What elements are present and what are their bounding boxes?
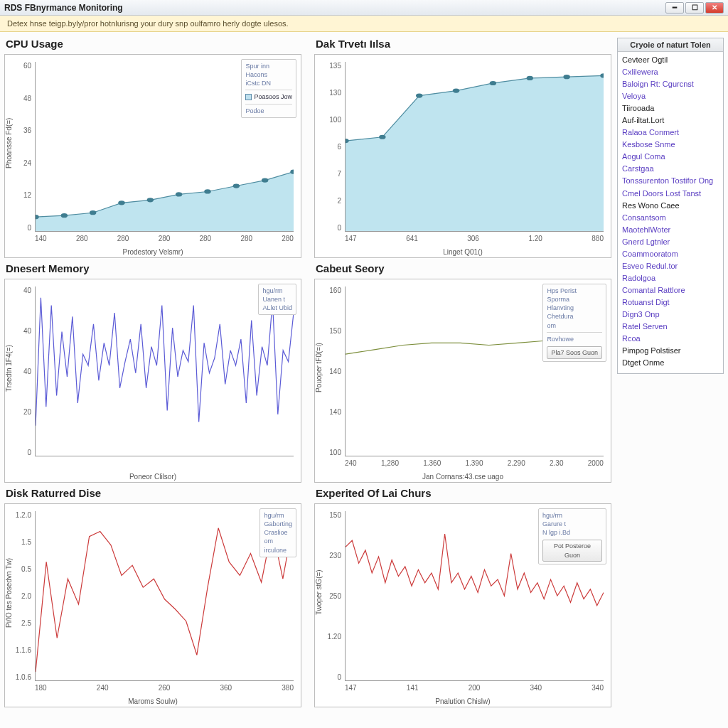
svg-marker-11 — [346, 75, 604, 231]
window-title: RDS FBnyrmance Monitoring — [4, 3, 123, 13]
sidebar-item-5[interactable]: Auf-iltat.Lort — [622, 114, 719, 127]
info-banner: Detex hnse teigp.byly/pror hotnlurisng y… — [0, 16, 728, 32]
chart-xaxis: 140280280280280280280 — [35, 235, 294, 245]
svg-point-2 — [61, 213, 68, 218]
sidebar-item-16[interactable]: Coammooratom — [622, 248, 719, 260]
svg-point-17 — [527, 76, 533, 80]
chart-panel-0: CPU UsagePhoansse Fd(=)60483624120140280… — [4, 38, 301, 258]
chart-xlabel: Prodestory Velsmr) — [5, 248, 301, 256]
sidebar-item-17[interactable]: Esveo Redul.tor — [622, 260, 719, 272]
chart-plot[interactable]: Phoansse Fd(=)60483624120140280280280280… — [4, 54, 301, 258]
svg-point-4 — [118, 200, 124, 205]
chart-yaxis: 160150140140100 — [315, 287, 343, 456]
chart-yaxis: 60483624120 — [5, 62, 33, 232]
svg-point-3 — [90, 210, 96, 215]
svg-point-5 — [147, 198, 154, 202]
svg-point-7 — [204, 189, 210, 193]
sidebar-item-6[interactable]: Ralaoa Conmert — [622, 127, 719, 139]
chart-action-button[interactable]: Pla7 Soos Guon — [547, 346, 602, 359]
chart-plot[interactable]: Trsedtn 1F4(=)404040200Poneor Clilsor)hg… — [4, 279, 301, 483]
sidebar-item-18[interactable]: Radolgoa — [622, 272, 719, 284]
svg-point-8 — [233, 183, 240, 188]
chart-xlabel: Poneor Clilsor) — [5, 473, 301, 481]
minimize-button[interactable]: ━ — [665, 2, 684, 14]
sidebar-item-22[interactable]: Ratel Serven — [622, 321, 719, 333]
svg-point-18 — [563, 75, 569, 79]
chart-yaxis: 404040200 — [5, 287, 33, 456]
chart-yaxis: 1.2.01.50.52.02.51.1.61.0.6 — [5, 511, 33, 681]
chart-yaxis: 1351301006720 — [315, 62, 343, 232]
sidebar-item-24[interactable]: Pimpog Polstiser — [622, 345, 719, 357]
sidebar-item-23[interactable]: Rcoa — [622, 333, 719, 345]
chart-title: Experited Of Lai Churs — [314, 487, 611, 499]
info-banner-text: Detex hnse teigp.byly/pror hotnlurisng y… — [7, 19, 289, 28]
sidebar-item-9[interactable]: Carstgaa — [622, 163, 719, 175]
svg-point-15 — [453, 88, 459, 92]
chart-title: Dak Trvetı Iılsa — [314, 38, 611, 50]
svg-point-16 — [490, 81, 496, 85]
sidebar-item-3[interactable]: Veloya — [622, 90, 719, 102]
maximize-button[interactable]: ☐ — [685, 2, 704, 14]
chart-xaxis — [35, 459, 294, 469]
sidebar-item-19[interactable]: Comantal Rattlore — [622, 284, 719, 296]
report-types-sidebar: Cryoie of naturt Tolen Cevteer OgtilCxli… — [616, 32, 728, 726]
chart-panel-1: Dak Trvetı Iılsa13513010067201476413061.… — [314, 38, 611, 258]
chart-title: Cabeut Seory — [314, 262, 611, 274]
sidebar-item-2[interactable]: Baloign Rt: Cgurcnst — [622, 78, 719, 90]
chart-legend[interactable]: Spur innHaconsiCstc DNPoasoos JowPodoe — [241, 59, 296, 118]
chart-plot[interactable]: Pouoper tF0(=i)1601501401401002401,2801.… — [314, 279, 611, 483]
sidebar-item-15[interactable]: Gnerd Lgtnler — [622, 236, 719, 248]
chart-title: Dnesert Memory — [4, 262, 301, 274]
chart-panel-3: Cabeut SeoryPouoper tF0(=i)1601501401401… — [314, 262, 611, 483]
sidebar-item-14[interactable]: MaotehlWoter — [622, 224, 719, 236]
sidebar-item-8[interactable]: Aogul Coma — [622, 151, 719, 163]
sidebar-item-21[interactable]: Dign3 Onp — [622, 309, 719, 321]
chart-plot[interactable]: 13513010067201476413061.20880Linget Q01(… — [314, 54, 611, 258]
chart-xaxis: 180240260360380 — [35, 684, 294, 694]
chart-legend[interactable]: Hps PeristSpormaHlanvtingChetduraomRovho… — [542, 284, 606, 362]
chart-panel-5: Experited Of Lai ChursTwoper stG(=)15023… — [314, 487, 611, 707]
chart-yaxis: 1502302501.200 — [315, 511, 343, 681]
sidebar-item-13[interactable]: Consantsom — [622, 212, 719, 224]
chart-xlabel: Maroms Soulw) — [5, 697, 301, 705]
svg-point-13 — [379, 135, 385, 139]
chart-xaxis: 2401,2801.3601.3902.2902.302000 — [345, 459, 604, 469]
sidebar-item-12[interactable]: Res Wono Caee — [622, 200, 719, 212]
sidebar-header: Cryoie of naturt Tolen — [618, 38, 723, 52]
sidebar-item-4[interactable]: Tiirooada — [622, 102, 719, 114]
chart-xlabel: Linget Q01() — [315, 248, 611, 256]
chart-legend[interactable]: hgu/rmGabortingCraslioeomirculone — [259, 508, 296, 557]
chart-title: Disk Raturred Dise — [4, 487, 301, 499]
window-titlebar: RDS FBnyrmance Monitoring ━ ☐ ✕ — [0, 0, 728, 16]
chart-plot[interactable]: Twoper stG(=)1502302501.2001471412003403… — [314, 503, 611, 707]
chart-xaxis: 147141200340340 — [345, 684, 604, 694]
sidebar-item-10[interactable]: Tonssurenton Tostifor Ong — [622, 175, 719, 187]
chart-xlabel: Pnalution Chislw) — [315, 697, 611, 705]
sidebar-item-7[interactable]: Kesbose Snme — [622, 139, 719, 151]
close-button[interactable]: ✕ — [705, 2, 724, 14]
chart-legend[interactable]: hgu/rmUanen tALlet Ubid — [258, 284, 296, 315]
chart-legend[interactable]: hgu/rmGarure tN lgp i.BdPot Posteroe Guo… — [538, 508, 606, 564]
svg-point-9 — [262, 178, 268, 183]
svg-point-14 — [416, 94, 422, 98]
chart-panel-2: Dnesert MemoryTrsedtn 1F4(=)404040200Pon… — [4, 262, 301, 483]
sidebar-item-11[interactable]: Cmel Doors Lost Tanst — [622, 188, 719, 200]
sidebar-item-20[interactable]: Rotuanst Digt — [622, 296, 719, 309]
chart-xaxis: 1476413061.20880 — [345, 235, 604, 245]
chart-title: CPU Usage — [4, 38, 301, 50]
sidebar-item-0[interactable]: Cevteer Ogtil — [622, 54, 719, 66]
svg-marker-0 — [36, 172, 294, 231]
chart-xlabel: Jan Cornans:43.cse uago — [315, 473, 611, 481]
sidebar-item-25[interactable]: Dtget Onme — [622, 357, 719, 369]
sidebar-item-1[interactable]: Cxlilewera — [622, 66, 719, 78]
chart-plot[interactable]: Pi/lO tes Posedvn Tw)1.2.01.50.52.02.51.… — [4, 503, 301, 707]
chart-panel-4: Disk Raturred DisePi/lO tes Posedvn Tw)1… — [4, 487, 301, 707]
svg-point-6 — [176, 192, 182, 196]
chart-action-button[interactable]: Pot Posteroe Guon — [542, 540, 602, 561]
